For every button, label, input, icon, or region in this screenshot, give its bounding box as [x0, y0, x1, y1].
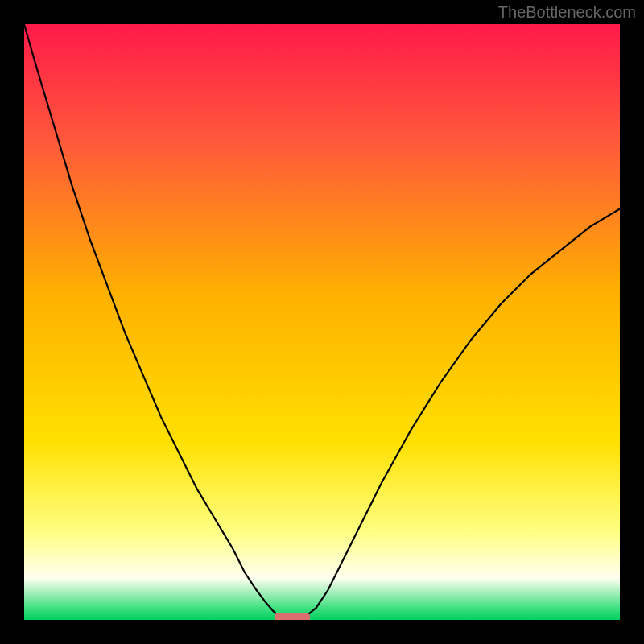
gradient-background	[24, 24, 620, 620]
bottleneck-marker	[275, 613, 310, 620]
chart-svg	[24, 24, 620, 620]
bottleneck-chart	[24, 24, 620, 620]
watermark-text: TheBottleneck.com	[498, 3, 636, 22]
